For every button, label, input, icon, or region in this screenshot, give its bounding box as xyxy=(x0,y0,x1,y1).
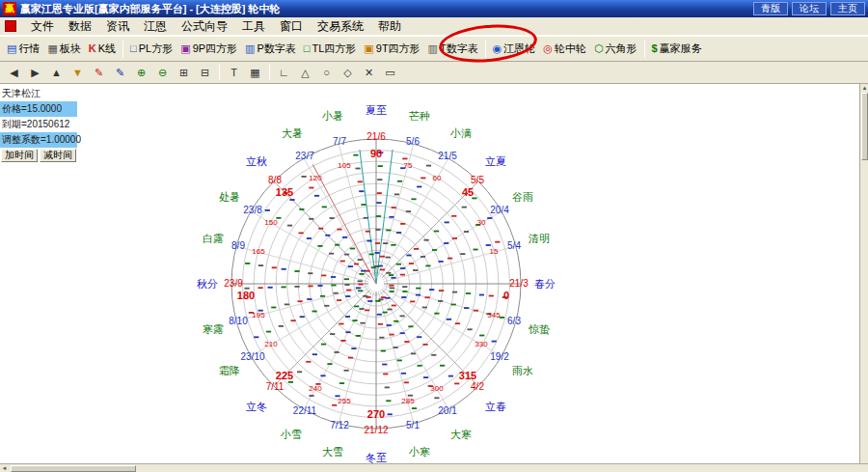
zoom-out-button[interactable]: ⊟ xyxy=(195,64,215,82)
nine-t-square-button[interactable]: ▣ 9T四方形 xyxy=(360,39,423,59)
grid-tool-button[interactable]: ▦ xyxy=(245,64,265,82)
app-menu-icon xyxy=(5,20,16,32)
up-arrow-icon: ▲ xyxy=(51,67,62,78)
filter-button[interactable]: ▼ xyxy=(68,64,88,82)
subtract-time-button[interactable]: 减时间 xyxy=(40,149,76,162)
tool-label: 赢家服务 xyxy=(660,42,702,56)
hexagon-button[interactable]: ⬡ 六角形 xyxy=(590,39,641,59)
remove-circle-button[interactable]: ⊖ xyxy=(152,64,173,82)
filter-icon: ▼ xyxy=(72,67,83,78)
toolbar-separator xyxy=(122,41,123,58)
forward-arrow-icon: ▶ xyxy=(31,67,39,79)
scroll-up-icon[interactable]: ▲ xyxy=(860,84,868,92)
scroll-left-icon[interactable]: ◄ xyxy=(0,464,9,472)
market-quotes-button[interactable]: ▤ 行情 xyxy=(3,39,43,59)
tool-label: PL方形 xyxy=(139,42,173,56)
vertical-scrollbar[interactable]: ▲ xyxy=(859,84,868,463)
menu-bar: 文件 数据 资讯 江恩 公式向导 工具 窗口 交易系统 帮助 xyxy=(0,17,868,36)
p-number-table-icon: ▥ xyxy=(245,43,255,54)
blue-pencil-button[interactable]: ✎ xyxy=(110,64,130,82)
back-arrow-icon: ◀ xyxy=(10,67,17,79)
horizontal-scrollbar[interactable]: ◄ xyxy=(0,463,868,472)
gann-wheel-chart xyxy=(0,84,859,463)
red-pencil-button[interactable]: ✎ xyxy=(89,64,109,82)
tool-label: 9T四方形 xyxy=(376,42,420,56)
menu-trading-system[interactable]: 交易系统 xyxy=(317,18,364,35)
tool-label: 六角形 xyxy=(606,42,637,56)
tool-label: 轮中轮 xyxy=(555,42,586,56)
wheel-in-wheel-button[interactable]: ◎ 轮中轮 xyxy=(539,39,590,59)
zoom-out-icon: ⊟ xyxy=(201,67,209,79)
drawbar-separator xyxy=(269,65,270,80)
app-logo-icon: 赢 xyxy=(3,2,16,15)
add-circle-icon: ⊕ xyxy=(137,67,146,79)
triangle-tool-button[interactable]: △ xyxy=(295,64,315,82)
t-number-table-button[interactable]: ▥ T数字表 xyxy=(424,39,482,59)
delete-tool-button[interactable]: ✕ xyxy=(359,64,379,82)
menu-data[interactable]: 数据 xyxy=(68,18,92,35)
menu-news[interactable]: 资讯 xyxy=(106,18,129,35)
chart-workspace: 春分21/3清明5/4谷雨20/4立夏5/5小满21/5芒种5/6夏至21/6小… xyxy=(0,84,868,463)
dollar-icon: $ xyxy=(652,43,658,54)
tool-label: 行情 xyxy=(18,42,40,56)
nine-t-square-icon: ▣ xyxy=(364,43,373,54)
red-pencil-icon: ✎ xyxy=(95,67,103,79)
tool-label: 板块 xyxy=(60,42,81,56)
title-bar: 赢 赢家江恩专业版[赢家内部服务平台] - [大连控股] 轮中轮 青版 论坛 主… xyxy=(0,0,868,17)
back-arrow-button[interactable]: ◀ xyxy=(4,64,24,82)
delete-tool-icon: ✕ xyxy=(365,67,373,79)
tool-label: T数字表 xyxy=(440,42,478,56)
nine-p-square-button[interactable]: ▣ 9P四方形 xyxy=(176,39,241,59)
menu-help[interactable]: 帮助 xyxy=(378,18,401,35)
winner-service-button[interactable]: $ 赢家服务 xyxy=(648,39,706,59)
pl-square-icon: □ xyxy=(130,43,137,54)
gann-wheel-button[interactable]: ◉ 江恩轮 xyxy=(489,39,540,59)
pl-square-button[interactable]: □ PL方形 xyxy=(126,39,176,59)
gann-wheel-icon: ◉ xyxy=(493,43,502,54)
text-tool-button[interactable]: T xyxy=(224,64,244,82)
kline-button[interactable]: K K线 xyxy=(85,39,120,59)
circle-tool-icon: ○ xyxy=(323,67,330,78)
kline-icon: K xyxy=(89,43,96,54)
vertical-scroll-thumb[interactable] xyxy=(861,93,868,160)
homepage-button[interactable]: 主页 xyxy=(830,2,865,15)
forum-button[interactable]: 论坛 xyxy=(792,2,827,15)
add-circle-button[interactable]: ⊕ xyxy=(131,64,151,82)
menu-formula-wizard[interactable]: 公式向导 xyxy=(181,18,228,35)
text-tool-icon: T xyxy=(231,67,237,78)
t-number-table-icon: ▥ xyxy=(428,43,438,54)
tl-square-button[interactable]: □ TL四方形 xyxy=(300,39,361,59)
main-toolbar: ▤ 行情 ▦ 板块 K K线 □ PL方形 ▣ 9P四方形 ▥ P数字表 □ T… xyxy=(0,36,868,62)
zoom-in-icon: ⊞ xyxy=(179,67,188,79)
adjust-factor-field[interactable]: 调整系数=1.00000 xyxy=(0,132,77,148)
price-field[interactable]: 价格=15.0000 xyxy=(0,101,77,117)
stock-name-label: 天津松江 xyxy=(0,86,77,101)
circle-tool-button[interactable]: ○ xyxy=(316,64,337,82)
sectors-icon: ▦ xyxy=(47,43,57,54)
diamond-tool-button[interactable]: ◇ xyxy=(338,64,358,82)
horizontal-scroll-thumb[interactable] xyxy=(11,465,136,472)
up-arrow-button[interactable]: ▲ xyxy=(46,64,67,82)
sectors-button[interactable]: ▦ 板块 xyxy=(43,39,84,59)
blue-pencil-icon: ✎ xyxy=(116,67,124,79)
zoom-in-button[interactable]: ⊞ xyxy=(174,64,194,82)
window-title: 赢家江恩专业版[赢家内部服务平台] - [大连控股] 轮中轮 xyxy=(20,2,749,16)
add-time-button[interactable]: 加时间 xyxy=(1,149,38,162)
wheel-in-wheel-icon: ◎ xyxy=(543,43,553,54)
p-number-table-button[interactable]: ▥ P数字表 xyxy=(241,39,300,59)
parameter-panel: 天津松江 价格=15.0000 到期=20150612 调整系数=1.00000… xyxy=(0,86,77,163)
quotes-icon: ▤ xyxy=(7,43,16,54)
menu-gann[interactable]: 江恩 xyxy=(144,18,167,35)
angle-tool-button[interactable]: ∟ xyxy=(274,64,294,82)
expiry-field[interactable]: 到期=20150612 xyxy=(0,117,77,132)
menu-file[interactable]: 文件 xyxy=(31,18,54,35)
menu-tools[interactable]: 工具 xyxy=(242,18,265,35)
qingban-button[interactable]: 青版 xyxy=(753,2,788,15)
nine-p-square-icon: ▣ xyxy=(180,43,190,54)
toolbar-separator xyxy=(485,41,486,58)
diamond-tool-icon: ◇ xyxy=(343,67,351,79)
rectangle-tool-button[interactable]: ▭ xyxy=(380,64,400,82)
menu-window[interactable]: 窗口 xyxy=(280,18,303,35)
triangle-tool-icon: △ xyxy=(301,67,309,79)
forward-arrow-button[interactable]: ▶ xyxy=(25,64,45,82)
